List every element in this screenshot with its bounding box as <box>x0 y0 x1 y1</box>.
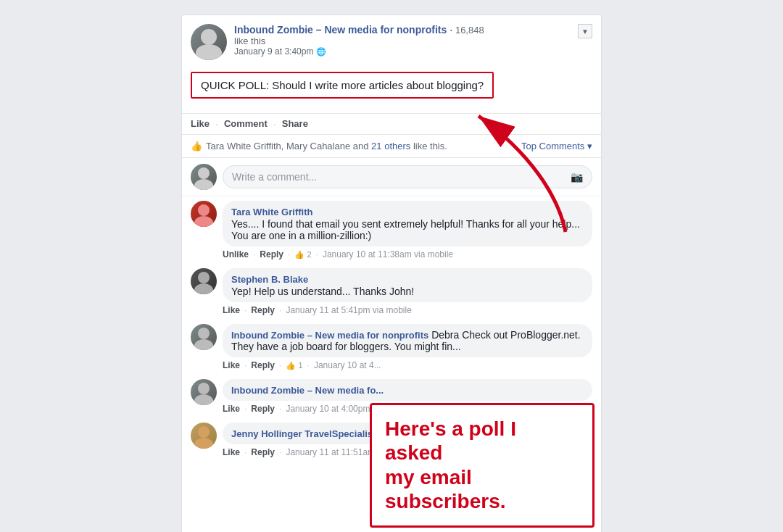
comment-actions: Like · Reply · 👍 1 · January 10 at 4... <box>223 360 592 370</box>
reply-action[interactable]: Reply <box>251 404 275 414</box>
likes-text: Tara White Griffith, Mary Cahalane and 2… <box>206 141 447 151</box>
comment-timestamp: January 10 at 11:38am via mobile <box>323 249 453 259</box>
post-time: January 9 at 3:40pm 🌐 <box>234 46 578 57</box>
annotation-line2: my email subscribers. <box>385 465 579 514</box>
comment-timestamp: January 11 at 5:41pm via mobile <box>286 305 411 315</box>
comment-author[interactable]: Inbound Zombie – New media for nonprofit… <box>231 330 428 341</box>
svg-point-4 <box>198 204 210 216</box>
comment-timestamp: January 10 at 4:00pm... <box>286 404 377 414</box>
comment-item: Tara White Griffith Yes.... I found that… <box>182 196 601 264</box>
current-user-avatar <box>191 164 217 190</box>
svg-point-12 <box>198 426 210 438</box>
svg-point-13 <box>194 438 213 449</box>
annotation-line1: Here's a poll I asked <box>385 417 579 465</box>
svg-point-3 <box>194 179 213 190</box>
like-count: 16,848 <box>455 25 484 36</box>
camera-icon: 📷 <box>571 171 583 183</box>
svg-point-5 <box>194 216 213 227</box>
comment-author[interactable]: Tara White Griffith <box>231 207 312 217</box>
comment-author[interactable]: Jenny Hollinger TravelSpecialist... <box>231 428 384 439</box>
like-count-icon: 👍 2 <box>294 250 311 259</box>
svg-point-8 <box>198 328 210 339</box>
comment-author[interactable]: Inbound Zombie – New media fo... <box>231 385 384 396</box>
comment-author[interactable]: Stephen B. Blake <box>231 274 308 285</box>
commenter-avatar <box>191 268 217 294</box>
commenter-avatar <box>191 379 217 405</box>
comment-text: Yes.... I found that email you sent extr… <box>231 218 584 241</box>
likes-link[interactable]: 21 others <box>371 141 410 151</box>
like-this-text[interactable]: like this <box>234 36 578 46</box>
svg-point-0 <box>201 29 217 45</box>
comment-bubble: Inbound Zombie – New media fo... <box>223 379 592 401</box>
post-meta: Inbound Zombie – New media for nonprofit… <box>234 24 578 57</box>
comment-bubble: Inbound Zombie – New media for nonprofit… <box>223 324 592 357</box>
page-name[interactable]: Inbound Zombie – New media for nonprofit… <box>234 24 447 36</box>
comment-item: Stephen B. Blake Yep! Help us understand… <box>182 264 601 320</box>
svg-point-7 <box>194 283 213 294</box>
svg-point-10 <box>198 383 210 394</box>
like-action[interactable]: Like <box>223 447 240 457</box>
reply-action[interactable]: Reply <box>251 360 275 370</box>
commenter-avatar <box>191 324 217 350</box>
comment-actions: Like · Reply · January 11 at 5:41pm via … <box>223 305 592 315</box>
like-action[interactable]: Like <box>223 305 240 315</box>
like-action[interactable]: Like <box>191 118 210 130</box>
unlike-action[interactable]: Unlike <box>223 249 249 259</box>
share-action[interactable]: Share <box>282 118 308 130</box>
commenter-avatar <box>191 423 217 449</box>
comment-item: Inbound Zombie – New media for nonprofit… <box>182 320 601 375</box>
like-count-separator: · <box>450 24 455 36</box>
top-comments-dropdown[interactable]: Top Comments ▾ <box>521 141 592 151</box>
svg-point-9 <box>194 339 213 350</box>
svg-point-1 <box>196 44 222 60</box>
like-count-icon: 👍 1 <box>286 361 302 370</box>
reply-action[interactable]: Reply <box>260 249 283 259</box>
comment-timestamp: January 10 at 4... <box>314 360 381 370</box>
comment-text: Yep! Help us understand... Thanks John! <box>231 286 584 297</box>
like-action[interactable]: Like <box>223 360 240 370</box>
comment-bubble: Tara White Griffith Yes.... I found that… <box>223 201 592 246</box>
post-header: Inbound Zombie – New media for nonprofit… <box>182 15 601 66</box>
comment-input[interactable]: Write a comment... 📷 <box>223 165 592 188</box>
annotation-box: Here's a poll I asked my email subscribe… <box>370 403 594 528</box>
comment-bubble: Stephen B. Blake Yep! Help us understand… <box>223 268 592 302</box>
svg-point-6 <box>198 272 210 283</box>
page-avatar <box>191 24 227 60</box>
comment-placeholder: Write a comment... <box>232 171 317 183</box>
post-dropdown-button[interactable]: ▼ <box>578 24 592 38</box>
poll-question: QUICK POLL: Should I write more articles… <box>191 72 494 99</box>
globe-icon: 🌐 <box>316 47 326 57</box>
likes-bar: 👍 Tara White Griffith, Mary Cahalane and… <box>182 135 601 158</box>
post-content: QUICK POLL: Should I write more articles… <box>182 66 601 113</box>
reply-action[interactable]: Reply <box>251 447 275 457</box>
svg-point-2 <box>198 167 210 179</box>
commenter-avatar <box>191 201 217 227</box>
comment-timestamp: January 11 at 11:51am... <box>286 447 382 457</box>
svg-point-11 <box>194 394 213 405</box>
comment-action[interactable]: Comment <box>224 118 268 130</box>
thumb-up-icon: 👍 <box>191 141 202 151</box>
comment-actions: Unlike · Reply · 👍 2 · January 10 at 11:… <box>223 249 592 259</box>
action-bar: Like · Comment · Share <box>182 113 601 135</box>
comment-input-row: Write a comment... 📷 <box>182 158 601 196</box>
reply-action[interactable]: Reply <box>251 305 275 315</box>
likes-left: 👍 Tara White Griffith, Mary Cahalane and… <box>191 141 447 151</box>
like-action[interactable]: Like <box>223 404 240 414</box>
